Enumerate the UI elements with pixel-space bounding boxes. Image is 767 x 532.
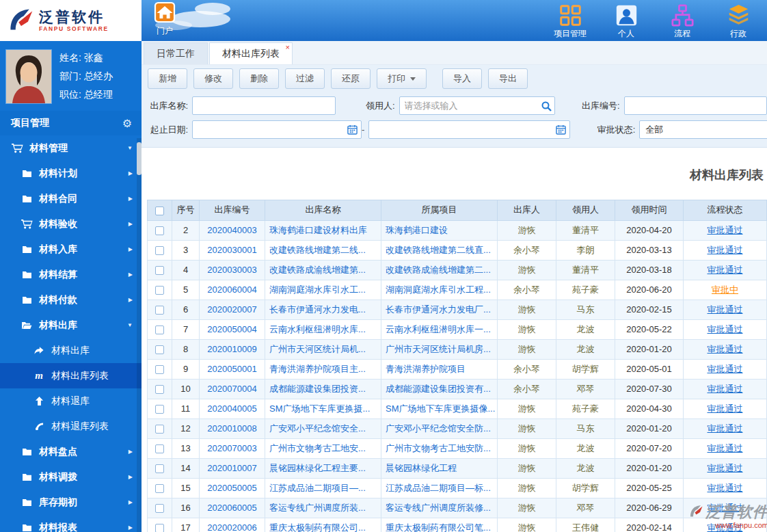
outbound-name-link[interactable]: 客运专线广州调度所装... xyxy=(269,503,366,513)
status-link[interactable]: 审批通过 xyxy=(708,324,743,334)
status-link[interactable]: 审批通过 xyxy=(708,443,743,453)
status-link[interactable]: 审批通过 xyxy=(708,245,743,255)
outbound-code-link[interactable]: 2020070004 xyxy=(207,384,256,394)
outbound-code-link[interactable]: 2020050001 xyxy=(207,364,256,374)
outbound-name-link[interactable]: 珠海鹤港口建设材料出库 xyxy=(269,225,367,235)
project-link[interactable]: 江苏成品油二期项目—标... xyxy=(386,483,491,493)
project-link[interactable]: 客运专线广州调度所装修... xyxy=(386,503,491,513)
print-button[interactable]: 打印 xyxy=(377,68,427,89)
row-checkbox[interactable] xyxy=(155,484,164,493)
sidebar-item[interactable]: 材料出库 xyxy=(0,338,142,363)
tab-active[interactable]: 材料出库列表× xyxy=(209,42,293,64)
outbound-name-link[interactable]: 湖南洞庭湖水库引水工... xyxy=(269,284,366,295)
status-link[interactable]: 审批通过 xyxy=(708,463,743,473)
sidebar-item[interactable]: 材料管理▼ xyxy=(0,135,142,161)
sidebar-item[interactable]: 材料验收▶ xyxy=(0,211,142,237)
status-link[interactable]: 审批通过 xyxy=(708,304,743,315)
project-link[interactable]: 云南水利枢纽潜明水库一... xyxy=(386,324,491,334)
sidebar-item[interactable]: 材料出库▼ xyxy=(0,312,142,338)
project-link[interactable]: SM广场地下车库更换摄像... xyxy=(386,403,495,414)
outbound-code-link[interactable]: 2020060005 xyxy=(207,503,256,513)
filter-button[interactable]: 过滤 xyxy=(285,68,325,89)
row-checkbox[interactable] xyxy=(155,226,164,235)
approval-status-select[interactable]: 全部 xyxy=(639,120,767,139)
tab-inactive[interactable]: 日常工作 xyxy=(144,42,208,64)
status-link[interactable]: 审批通过 xyxy=(708,225,743,235)
status-link[interactable]: 审批通过 xyxy=(708,483,743,493)
outbound-name-link[interactable]: 晨铭园林绿化工程主要... xyxy=(269,463,366,473)
project-link[interactable]: 广州市文物考古工地安防... xyxy=(386,443,491,453)
sidebar-item[interactable]: 材料计划▶ xyxy=(0,161,142,186)
date-to-input[interactable] xyxy=(368,120,570,139)
outbound-name-link[interactable]: 广州市文物考古工地安... xyxy=(269,443,366,453)
sidebar-item[interactable]: 材料退库列表 xyxy=(0,414,142,439)
topnav-personal[interactable]: 个人 xyxy=(607,3,645,40)
outbound-code-link[interactable]: 2020050005 xyxy=(207,483,256,493)
calendar-icon[interactable] xyxy=(347,124,358,135)
row-checkbox[interactable] xyxy=(155,345,164,354)
project-link[interactable]: 晨铭园林绿化工程 xyxy=(386,463,457,473)
date-from-input[interactable] xyxy=(192,120,362,139)
status-link[interactable]: 审批通过 xyxy=(708,423,743,434)
outbound-code-link[interactable]: 2020010008 xyxy=(207,423,256,434)
outbound-code-link[interactable]: 2020060004 xyxy=(207,284,256,295)
row-checkbox[interactable] xyxy=(155,365,164,374)
close-icon[interactable]: × xyxy=(286,44,290,51)
project-link[interactable]: 重庆太极制药有限公司笔... xyxy=(386,522,491,532)
sidebar-item[interactable]: 材料入库▶ xyxy=(0,237,142,262)
outbound-code-link[interactable]: 2020030001 xyxy=(207,245,256,255)
row-checkbox[interactable] xyxy=(155,425,164,434)
export-button[interactable]: 导出 xyxy=(488,68,528,89)
status-link[interactable]: 审批通过 xyxy=(708,344,743,354)
topnav-project-management[interactable]: 项目管理 xyxy=(551,3,589,40)
row-checkbox[interactable] xyxy=(155,266,164,275)
status-link[interactable]: 审批通过 xyxy=(708,403,743,414)
outbound-code-link[interactable]: 2020030003 xyxy=(207,265,256,275)
sidebar-item[interactable]: 材料报表▶ xyxy=(0,515,142,532)
project-link[interactable]: 广州市天河区统计局机房... xyxy=(386,344,491,354)
outbound-name-link[interactable]: SM广场地下车库更换摄... xyxy=(269,403,370,414)
outbound-name-link[interactable]: 长春市伊通河水力发电... xyxy=(269,304,366,315)
project-link[interactable]: 改建铁路成渝线增建第二... xyxy=(386,265,491,275)
sidebar-item[interactable]: m材料出库列表 xyxy=(0,363,142,388)
outbound-name-link[interactable]: 江苏成品油二期项目—... xyxy=(269,483,366,493)
outbound-name-link[interactable]: 成都能源建设集团投资... xyxy=(269,384,366,394)
row-checkbox[interactable] xyxy=(155,464,164,473)
status-link[interactable]: 审批通过 xyxy=(708,503,743,513)
project-link[interactable]: 广安邓小平纪念馆安全防... xyxy=(386,423,491,434)
outbound-code-link[interactable]: 2020020006 xyxy=(207,522,256,532)
outbound-name-link[interactable]: 广州市天河区统计局机... xyxy=(269,344,366,354)
recipient-input[interactable] xyxy=(399,96,555,115)
project-link[interactable]: 湖南洞庭湖水库引水工程... xyxy=(386,284,491,295)
status-link[interactable]: 审批通过 xyxy=(708,384,743,394)
project-link[interactable]: 珠海鹤港口建设 xyxy=(386,225,448,235)
project-link[interactable]: 成都能源建设集团投资有... xyxy=(386,384,491,394)
delete-button[interactable]: 删除 xyxy=(239,68,279,89)
sidebar-item[interactable]: 材料退库 xyxy=(0,388,142,414)
calendar-icon[interactable] xyxy=(556,124,567,135)
sidebar-scrollbar-thumb[interactable] xyxy=(137,142,142,175)
row-checkbox[interactable] xyxy=(155,306,164,315)
row-checkbox[interactable] xyxy=(155,385,164,394)
sidebar-item[interactable]: 库存期初▶ xyxy=(0,490,142,515)
row-checkbox[interactable] xyxy=(155,524,164,532)
outbound-code-link[interactable]: 2020040005 xyxy=(207,403,256,414)
edit-button[interactable]: 修改 xyxy=(193,68,233,89)
row-checkbox[interactable] xyxy=(155,286,164,295)
outbound-code-link[interactable]: 2020050004 xyxy=(207,324,256,334)
sidebar-item[interactable]: 材料合同▶ xyxy=(0,186,142,211)
outbound-name-link[interactable]: 青海洪湖养护院项目主... xyxy=(269,364,366,374)
portal-button[interactable]: 门户 xyxy=(148,1,181,37)
gear-icon[interactable]: ⚙ xyxy=(122,117,132,130)
topnav-workflow[interactable]: 流程 xyxy=(663,3,701,40)
outbound-name-input[interactable] xyxy=(192,96,336,115)
sidebar-item[interactable]: 材料付款▶ xyxy=(0,287,142,312)
outbound-name-link[interactable]: 改建铁路成渝线增建第... xyxy=(269,265,366,275)
add-button[interactable]: 新增 xyxy=(148,68,187,89)
outbound-code-link[interactable]: 2020070003 xyxy=(207,443,256,453)
row-checkbox[interactable] xyxy=(155,444,164,453)
import-button[interactable]: 导入 xyxy=(442,68,482,89)
outbound-code-link[interactable]: 2020010007 xyxy=(207,463,256,473)
sidebar-scrollbar[interactable] xyxy=(137,138,142,532)
search-icon[interactable] xyxy=(541,101,552,111)
